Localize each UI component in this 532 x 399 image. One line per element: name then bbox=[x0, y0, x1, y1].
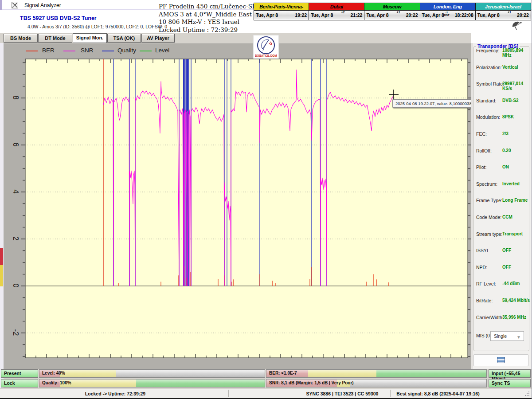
clock-dubai: DubaiTue, Apr 8+221:22 bbox=[309, 3, 364, 20]
resize-grip[interactable] bbox=[524, 390, 531, 397]
tp-value-16: 35,996 MHz bbox=[502, 315, 526, 320]
legend-dash-ber bbox=[26, 51, 38, 51]
tp-label-9: Frame Type: bbox=[476, 198, 502, 203]
tp-value-2: 29997,014 KS/s bbox=[502, 81, 532, 91]
tab-tsa-ok-[interactable]: TSA (OK) bbox=[107, 34, 141, 43]
app-icon bbox=[12, 2, 18, 8]
clock-utc-offset: +2 bbox=[341, 11, 344, 14]
left-edge-yellow-block bbox=[0, 265, 3, 286]
snr-meter-label: SNR: 8,1 dB (Margin: 1,5 dB | Very Poor) bbox=[269, 380, 354, 385]
clock-city-label: London, Eng bbox=[420, 3, 475, 11]
statusbar-section-0: Locked -> Uptime: 72:39:29 bbox=[85, 391, 145, 396]
clock-time: 19:22 bbox=[295, 12, 307, 18]
level-meter: Level: 40% bbox=[39, 369, 265, 378]
tp-label-14: RF Level: bbox=[476, 281, 496, 286]
tp-label-11: Stream type: bbox=[476, 231, 503, 237]
world-clocks: Berlin-Paris-Vienna-RomaTue, Apr 819:22D… bbox=[254, 3, 531, 20]
tp-label-10: Code Mode: bbox=[476, 215, 501, 220]
clock-time: 20:22 bbox=[406, 12, 418, 18]
tp-label-0: Frequency: bbox=[476, 48, 500, 53]
lock-indicator: Lock bbox=[1, 379, 38, 387]
level-meter-label: Level: 40% bbox=[42, 371, 65, 376]
tp-value-12: OFF bbox=[502, 248, 511, 253]
tp-value-8: Inverted bbox=[502, 181, 520, 186]
clock-city-label: Dubai bbox=[309, 3, 364, 11]
site-info-line-4: Locked Uptime : 72:39:29 bbox=[159, 26, 274, 34]
clock-time-row: Tue, Apr 8+120:22 bbox=[476, 11, 531, 20]
tp-value-11: Transport bbox=[502, 231, 523, 236]
tab-av-player[interactable]: AV Player bbox=[141, 34, 175, 43]
legend-dash-snr bbox=[63, 51, 75, 51]
clock-date: Tue, Apr 8 bbox=[422, 12, 444, 18]
present-indicator: Present bbox=[1, 369, 38, 378]
left-edge-red-block bbox=[0, 248, 3, 265]
clock-berlin-paris-vienna-roma: Berlin-Paris-Vienna-RomaTue, Apr 819:22 bbox=[254, 3, 309, 20]
tp-label-4: Modulation: bbox=[476, 114, 500, 120]
tp-label-16: CarrierWidth: bbox=[476, 315, 504, 320]
clock-time-row: Tue, Apr 819:22 bbox=[254, 11, 309, 20]
satellite-dish-icon bbox=[511, 21, 524, 31]
clock-date: Tue, Apr 8 bbox=[477, 12, 500, 18]
tp-label-13: NPD: bbox=[476, 265, 487, 270]
clock-time: 21:22 bbox=[351, 12, 363, 18]
left-edge-strip bbox=[0, 43, 4, 388]
clock-date: Tue, Apr 8 bbox=[311, 12, 333, 18]
mode-tab-row: BS ModeDT ModeSignal Mon.TSA (OK)AV Play… bbox=[0, 33, 471, 43]
clock-time: 18:22:08 bbox=[455, 12, 473, 18]
legend-dash-level bbox=[140, 51, 152, 51]
quality-meter: Quality: 100% bbox=[39, 379, 265, 387]
tp-value-4: 8PSK bbox=[502, 114, 514, 119]
panel-splitter[interactable] bbox=[471, 43, 473, 369]
clock-time-row: Tue, Apr 8+221:22 bbox=[309, 11, 364, 20]
y-axis-label-8: 8 bbox=[11, 92, 20, 103]
ber-meter-label: BER: <1.0E-7 bbox=[269, 371, 297, 376]
tab-dt-mode[interactable]: DT Mode bbox=[38, 34, 72, 43]
statusbar-section-2: Best signal: 8,8 dB (2025-04-07 19:16) bbox=[396, 391, 479, 396]
chevron-down-icon: ▼ bbox=[516, 333, 521, 342]
clock-moscow: MoscowTue, Apr 8+120:22 bbox=[364, 3, 420, 20]
clock-city-label: Berlin-Paris-Vienna-Roma bbox=[254, 3, 309, 11]
tp-label-7: Pilot: bbox=[476, 164, 486, 170]
tp-label-15: BitRate: bbox=[476, 298, 493, 303]
clock-date: Tue, Apr 8 bbox=[256, 12, 278, 18]
tuner-title: TBS 5927 USB DVB-S2 Tuner bbox=[20, 15, 97, 21]
dxsatcs-logo-circle bbox=[257, 36, 275, 54]
tp-value-9: Long Frame bbox=[502, 198, 528, 203]
mis-dropdown[interactable]: Single ▼ bbox=[490, 331, 524, 341]
tp-label-5: FEC: bbox=[476, 131, 487, 137]
save-button[interactable] bbox=[473, 354, 528, 366]
tp-value-7: ON bbox=[502, 164, 509, 169]
clock-london-eng: London, EngTue, Apr 8-1DST18:22:08 bbox=[420, 3, 476, 20]
legend-label-snr: SNR bbox=[81, 47, 94, 54]
clock-utc-offset-dst: -1DST bbox=[444, 11, 450, 16]
y-axis-label-6: 6 bbox=[11, 139, 20, 150]
clock-utc-offset: +1 bbox=[508, 11, 511, 14]
tp-value-0: 10805,894 MHz bbox=[502, 48, 532, 58]
y-axis-label--2: -2 bbox=[11, 327, 20, 338]
clock-city-label: Jerusalem-Israel bbox=[476, 3, 531, 11]
input-rate-indicator: Input (~55,45 Mbps) bbox=[489, 369, 531, 378]
tp-value-1: Vertical bbox=[502, 65, 518, 70]
tp-label-8: Spectrum: bbox=[476, 181, 497, 187]
tuner-subtitle: 4.0W - Amos 3/7 (ID: 3560) @ LOF1: 97500… bbox=[27, 24, 167, 29]
save-icon bbox=[497, 357, 505, 363]
quality-meter-label: Quality: 100% bbox=[42, 380, 71, 385]
y-axis-label-0: 0 bbox=[11, 280, 20, 291]
tp-label-6: RollOff: bbox=[476, 148, 492, 153]
tp-value-5: 2/3 bbox=[502, 131, 509, 136]
statusbar-section-1: SYNC 3886 | TEI 3523 | CC 59300 bbox=[306, 391, 379, 396]
clock-time: 20:22 bbox=[517, 12, 529, 18]
legend-label-level: Level bbox=[155, 47, 169, 54]
tab-bs-mode[interactable]: BS Mode bbox=[4, 34, 38, 43]
statusbar-separator-0 bbox=[228, 390, 229, 397]
tp-value-3: DVB-S2 bbox=[502, 98, 519, 103]
clock-city-label: Moscow bbox=[364, 3, 419, 11]
tp-label-2: Symbol Rate: bbox=[476, 81, 504, 86]
ber-meter: BER: <1.0E-7 bbox=[266, 369, 487, 378]
tp-value-14: -44 dBm bbox=[502, 281, 520, 286]
tab-signal-mon-[interactable]: Signal Mon. bbox=[73, 33, 107, 43]
clock-time-row: Tue, Apr 8+120:22 bbox=[364, 11, 419, 20]
tp-label-1: Polarization: bbox=[476, 65, 502, 70]
sync-ts-indicator: Sync TS bbox=[489, 379, 531, 387]
tp-value-15: 59,424 Mbit/s bbox=[502, 298, 530, 303]
